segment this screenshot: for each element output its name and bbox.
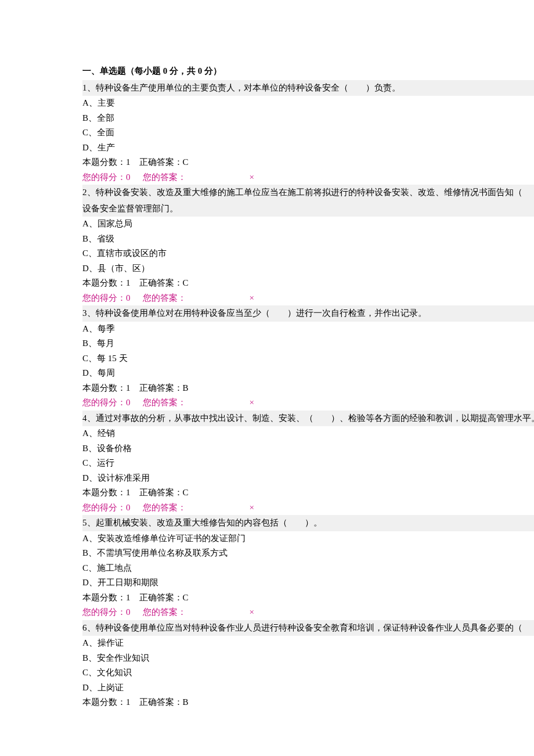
question-2-option-a: A、国家总局 (82, 217, 534, 232)
question-1-score-line: 您的得分：0 您的答案： × (82, 170, 534, 185)
question-1-meta: 本题分数：1 正确答案：C (82, 155, 534, 170)
question-5-option-a: A、安装改造维修单位许可证书的发证部门 (82, 531, 534, 546)
question-2-option-c: C、直辖市或设区的市 (82, 246, 534, 261)
wrong-icon: × (250, 605, 254, 620)
question-2-text: 2、特种设备安装、改造及重大维修的施工单位应当在施工前将拟进行的特种设备安装、改… (82, 185, 534, 201)
answer-label: 您的答案： (143, 395, 247, 411)
answer-label: 您的答案： (143, 501, 247, 516)
section-title: 一、单选题（每小题 0 分，共 0 分） (82, 64, 534, 79)
question-6-option-c: C、文化知识 (82, 665, 534, 681)
question-1-option-b: B、全部 (82, 111, 534, 126)
question-2-meta: 本题分数：1 正确答案：C (82, 276, 534, 291)
score-label: 您的得分：0 (82, 501, 140, 516)
question-5-option-c: C、施工地点 (82, 561, 534, 576)
wrong-icon: × (250, 170, 254, 185)
question-6-option-b: B、安全作业知识 (82, 651, 534, 666)
question-3-option-c: C、每 15 天 (82, 351, 534, 366)
question-1-text: 1、特种设备生产使用单位的主要负责人，对本单位的特种设备安全（ ）负责。 (82, 80, 534, 96)
question-1-option-c: C、全面 (82, 125, 534, 141)
question-4-option-d: D、设计标准采用 (82, 471, 534, 486)
question-1-option-a: A、主要 (82, 96, 534, 111)
question-5-option-d: D、开工日期和期限 (82, 575, 534, 591)
question-4-text: 4、通过对事故的分析，从事故中找出设计、制造、安装、（ ）、检验等各方面的经验和… (82, 411, 534, 427)
question-4-score-line: 您的得分：0 您的答案： × (82, 501, 534, 516)
question-5-option-b: B、不需填写使用单位名称及联系方式 (82, 546, 534, 561)
question-6-meta: 本题分数：1 正确答案：B (82, 695, 534, 710)
question-3-meta: 本题分数：1 正确答案：B (82, 381, 534, 396)
question-3-option-a: A、每季 (82, 322, 534, 337)
question-6-text: 6、特种设备使用单位应当对特种设备作业人员进行特种设备安全教育和培训，保证特种设… (82, 620, 534, 636)
question-5-score-line: 您的得分：0 您的答案： × (82, 605, 534, 620)
score-label: 您的得分：0 (82, 605, 140, 620)
question-2-score-line: 您的得分：0 您的答案： × (82, 291, 534, 306)
wrong-icon: × (250, 291, 254, 306)
question-2-option-b: B、省级 (82, 232, 534, 247)
score-label: 您的得分：0 (82, 395, 140, 411)
wrong-icon: × (250, 395, 254, 411)
question-3-text: 3、特种设备使用单位对在用特种设备应当至少（ ）进行一次自行检查，并作出记录。 (82, 305, 534, 322)
question-4-option-b: B、设备价格 (82, 441, 534, 456)
answer-label: 您的答案： (143, 605, 247, 620)
question-3-option-b: B、每月 (82, 336, 534, 351)
score-label: 您的得分：0 (82, 291, 140, 306)
question-1-option-d: D、生产 (82, 141, 534, 156)
question-4-option-a: A、经销 (82, 426, 534, 441)
question-5-meta: 本题分数：1 正确答案：C (82, 591, 534, 606)
question-6-option-a: A、操作证 (82, 636, 534, 651)
score-label: 您的得分：0 (82, 170, 140, 185)
answer-label: 您的答案： (143, 170, 247, 185)
question-2-option-d: D、县（市、区） (82, 261, 534, 276)
wrong-icon: × (250, 501, 254, 516)
question-2-text-line2: 设备安全监督管理部门。 (82, 201, 534, 217)
question-3-option-d: D、每周 (82, 366, 534, 381)
question-6-option-d: D、上岗证 (82, 681, 534, 696)
exam-page: 一、单选题（每小题 0 分，共 0 分） 1、特种设备生产使用单位的主要负责人，… (0, 0, 534, 710)
question-5-text: 5、起重机械安装、改造及重大维修告知的内容包括（ ）。 (82, 515, 534, 531)
answer-label: 您的答案： (143, 291, 247, 306)
question-4-meta: 本题分数：1 正确答案：C (82, 485, 534, 501)
question-3-score-line: 您的得分：0 您的答案： × (82, 395, 534, 411)
question-4-option-c: C、运行 (82, 456, 534, 471)
